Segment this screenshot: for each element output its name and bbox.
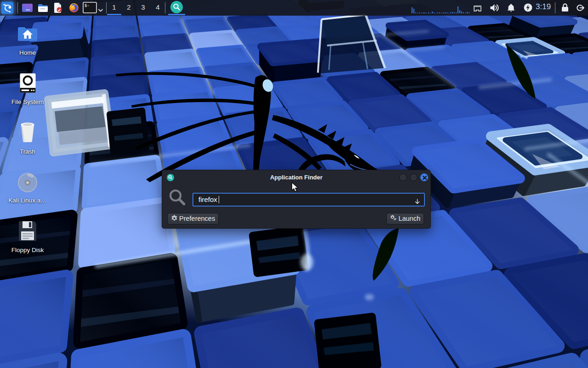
svg-text:$-: $- [85,4,90,8]
